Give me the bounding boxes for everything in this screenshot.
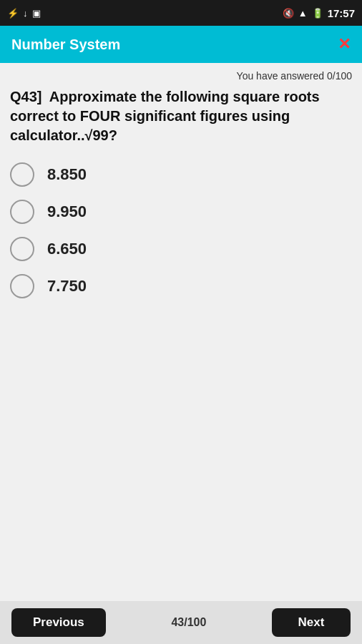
radio-button-2[interactable] [10,200,34,224]
download-icon: ↓ [23,8,28,19]
option-item[interactable]: 6.650 [10,237,352,261]
close-button[interactable]: ✕ [338,35,351,54]
radio-button-3[interactable] [10,237,34,261]
options-list: 8.850 9.950 6.650 7.750 [10,162,352,298]
option-label-1: 8.850 [47,165,87,184]
next-button[interactable]: Next [272,608,351,637]
radio-inner-1 [19,171,26,178]
radio-inner-3 [19,245,26,253]
question-text: Q43] Approximate the following square ro… [10,87,352,145]
usb-icon: ⚡ [7,8,19,19]
question-body: Approximate the following square roots c… [10,89,320,143]
question-number: Q43] [10,89,41,104]
status-bar: ⚡ ↓ ▣ 🔇 ▲ 🔋 17:57 [0,0,362,26]
content-area: You have answered 0/100 Q43] Approximate… [0,63,362,601]
status-time: 17:57 [328,7,355,19]
app-title: Number System [11,36,120,53]
option-label-2: 9.950 [47,203,87,221]
radio-button-4[interactable] [10,274,34,298]
radio-inner-4 [19,283,26,290]
status-bar-right: 🔇 ▲ 🔋 17:57 [283,7,355,19]
page-indicator: 43/100 [171,616,206,629]
bottom-bar: Previous 43/100 Next [0,601,362,644]
file-icon: ▣ [32,8,41,19]
answered-label: You have answered 0/100 [10,70,352,82]
app-bar: Number System ✕ [0,26,362,63]
status-bar-left: ⚡ ↓ ▣ [7,8,41,19]
radio-button-1[interactable] [10,162,34,187]
option-item[interactable]: 8.850 [10,162,352,187]
option-item[interactable]: 9.950 [10,200,352,224]
option-item[interactable]: 7.750 [10,274,352,298]
radio-inner-2 [19,208,26,215]
mute-icon: 🔇 [283,8,294,19]
previous-button[interactable]: Previous [11,608,106,637]
signal-icon: ▲ [298,8,308,19]
option-label-4: 7.750 [47,277,87,296]
battery-icon: 🔋 [312,8,323,19]
option-label-3: 6.650 [47,240,87,258]
